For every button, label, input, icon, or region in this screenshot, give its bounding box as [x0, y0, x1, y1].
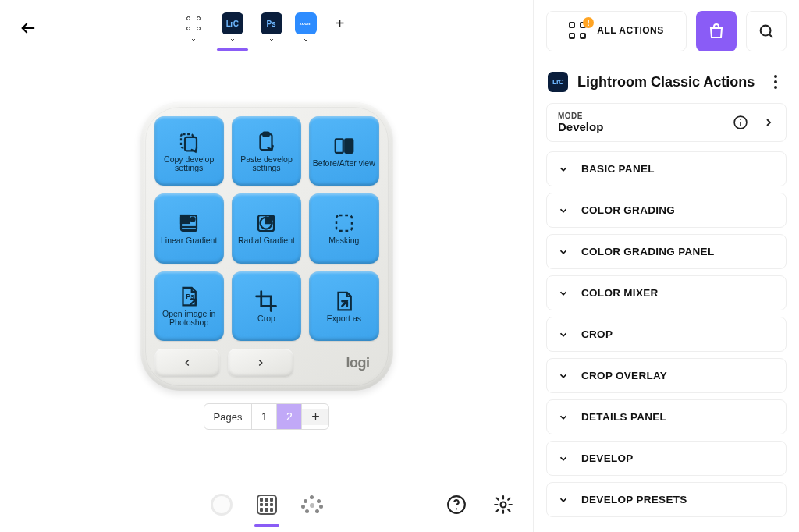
info-icon — [733, 115, 748, 130]
page-2-button[interactable]: 2 — [277, 404, 302, 429]
device-nav-row: logi — [154, 349, 379, 377]
search-icon — [758, 23, 775, 40]
chevron-down-icon — [558, 205, 569, 216]
chevron-down-icon — [268, 36, 275, 44]
svg-rect-2 — [185, 137, 197, 151]
device-stage: Copy develop settings Paste develop sett… — [0, 55, 533, 477]
ps-icon: Ps — [261, 12, 282, 34]
zoom-icon: zoom — [295, 12, 317, 34]
key-label: Masking — [327, 236, 360, 245]
section-title: Lightroom Classic Actions — [577, 74, 757, 90]
svg-point-20 — [761, 26, 771, 36]
svg-point-19 — [501, 502, 506, 508]
action-group-label: COLOR MIXER — [581, 287, 659, 299]
paste-settings-icon — [254, 130, 278, 154]
key-copy-develop-settings[interactable]: Copy develop settings — [154, 116, 224, 186]
svg-line-21 — [769, 34, 773, 38]
svg-rect-6 — [345, 139, 353, 153]
action-group-label: CROP — [581, 328, 613, 340]
device-tab-controller[interactable] — [297, 489, 328, 520]
key-export-as[interactable]: Export as — [309, 271, 378, 341]
key-before-after-view[interactable]: Before/After view — [309, 116, 378, 186]
add-page-button[interactable]: + — [302, 409, 328, 425]
key-linear-gradient[interactable]: Linear Gradient — [154, 193, 224, 263]
action-group-item[interactable]: COLOR MIXER — [546, 275, 787, 310]
key-masking[interactable]: Masking — [309, 193, 378, 263]
masking-icon — [332, 211, 356, 235]
plus-icon: + — [311, 409, 320, 425]
arrow-left-icon — [20, 20, 37, 37]
svg-rect-15 — [336, 215, 352, 231]
linear-gradient-icon — [177, 211, 201, 235]
top-bar: LrC Ps zoom + — [0, 0, 533, 55]
action-group-item[interactable]: DETAILS PANEL — [546, 399, 787, 434]
key-label: Crop — [256, 314, 277, 323]
active-indicator — [217, 48, 248, 51]
editor-panel: LrC Ps zoom + — [0, 0, 534, 532]
copy-settings-icon — [177, 130, 201, 154]
actions-scroll[interactable]: MODE Develop BASIC PANELCOLOR GRADINGCOL… — [534, 100, 799, 532]
action-group-accordion: BASIC PANELCOLOR GRADINGCOLOR GRADING PA… — [543, 151, 790, 517]
key-label: Paste develop settings — [233, 155, 300, 172]
action-group-label: CROP OVERLAY — [581, 370, 667, 381]
chevron-down-icon — [558, 453, 569, 464]
profile-switcher: LrC Ps zoom + — [50, 12, 483, 51]
key-label: Before/After view — [311, 159, 377, 168]
action-group-item[interactable]: DEVELOP — [546, 441, 787, 476]
paginator-label: Pages — [204, 404, 253, 429]
profile-all[interactable] — [183, 12, 204, 44]
chevron-down-icon — [558, 329, 569, 340]
key-open-in-photoshop[interactable]: Ps Open image in Photoshop — [154, 271, 224, 341]
key-label: Copy develop settings — [156, 155, 222, 172]
add-profile-button[interactable]: + — [329, 12, 351, 34]
profile-zoom[interactable]: zoom — [295, 12, 317, 44]
key-label: Open image in Photoshop — [156, 310, 222, 327]
action-group-item[interactable]: COLOR GRADING — [546, 193, 787, 228]
plus-icon: + — [329, 12, 351, 34]
marketplace-button[interactable] — [696, 11, 737, 51]
chevron-down-icon — [558, 164, 569, 175]
action-group-label: BASIC PANEL — [581, 163, 655, 175]
action-group-label: COLOR GRADING PANEL — [581, 246, 714, 257]
crop-icon — [254, 289, 278, 313]
action-group-item[interactable]: COLOR GRADING PANEL — [546, 234, 787, 269]
profile-lrc[interactable]: LrC — [217, 12, 248, 51]
key-crop[interactable]: Crop — [232, 271, 301, 341]
key-paste-develop-settings[interactable]: Paste develop settings — [232, 116, 301, 186]
action-group-item[interactable]: CROP OVERLAY — [546, 358, 787, 393]
export-icon — [332, 289, 356, 313]
action-group-item[interactable]: DEVELOP PRESETS — [546, 482, 787, 517]
device-prev-button[interactable] — [154, 349, 220, 377]
chevron-right-icon — [762, 116, 775, 129]
action-group-label: COLOR GRADING — [581, 204, 675, 216]
key-radial-gradient[interactable]: Radial Gradient — [232, 193, 301, 263]
back-button[interactable] — [12, 12, 44, 44]
chevron-down-icon — [558, 246, 569, 257]
page-1-button[interactable]: 1 — [252, 404, 277, 429]
bottom-device-tabs — [0, 477, 533, 532]
help-button[interactable] — [442, 491, 471, 519]
all-actions-label: ALL ACTIONS — [597, 26, 664, 36]
svg-rect-8 — [181, 215, 189, 223]
profile-ps[interactable]: Ps — [261, 12, 282, 44]
search-button[interactable] — [746, 11, 787, 51]
action-group-item[interactable]: BASIC PANEL — [546, 151, 787, 186]
gear-icon — [493, 495, 513, 515]
mode-selector[interactable]: MODE Develop — [546, 103, 787, 142]
all-actions-button[interactable]: ! ALL ACTIONS — [546, 11, 687, 51]
section-more-button[interactable] — [766, 75, 785, 89]
action-group-item[interactable]: CROP — [546, 317, 787, 352]
device-tab-dial[interactable] — [206, 489, 237, 520]
settings-button[interactable] — [489, 491, 517, 519]
lrc-icon: LrC — [222, 12, 243, 34]
device-tab-keypad[interactable] — [251, 489, 282, 520]
before-after-icon — [332, 134, 356, 158]
key-grid: Copy develop settings Paste develop sett… — [154, 116, 379, 341]
mode-label: MODE — [558, 112, 733, 120]
chevron-down-icon — [558, 495, 569, 505]
creative-keypad-device: Copy develop settings Paste develop sett… — [140, 102, 393, 391]
device-next-button[interactable] — [228, 349, 293, 377]
action-group-label: DEVELOP PRESETS — [581, 494, 687, 505]
chevron-right-icon — [255, 357, 266, 368]
help-icon — [446, 495, 467, 515]
